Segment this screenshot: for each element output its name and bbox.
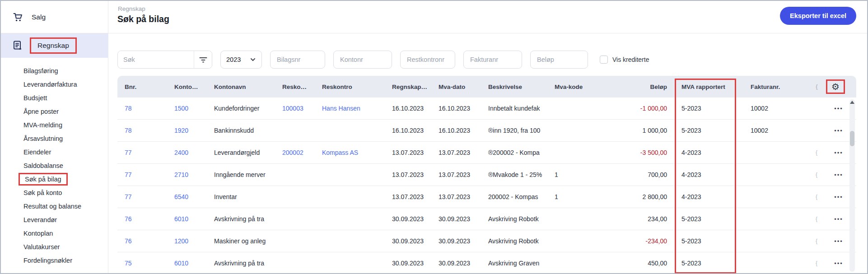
table-row: 75 6010 Avskrivning på tra 30.09.2023 30…: [117, 252, 856, 274]
mva-rapportert-cell: 4-2023: [674, 171, 734, 178]
sidebar-subitem[interactable]: Årsavslutning: [1, 132, 108, 145]
year-select[interactable]: 2023: [220, 51, 262, 69]
bnr-link[interactable]: 77: [117, 149, 167, 156]
table-row: 77 2400 Leverandørgjeld 200002 Kompass A…: [117, 142, 856, 164]
reskontronr-link[interactable]: 100003: [275, 105, 315, 112]
col-settings: ⚙: [825, 79, 849, 94]
sidebar-subitem[interactable]: Eiendeler: [1, 145, 108, 159]
row-actions-button[interactable]: •••: [825, 105, 849, 112]
belop-cell: 700,00: [602, 171, 674, 178]
sidebar-subitem[interactable]: Bilagsføring: [1, 64, 108, 78]
show-credited-checkbox[interactable]: [600, 56, 608, 64]
regnskapsdato-cell: 16.10.2023: [385, 127, 431, 134]
sidebar-subitem[interactable]: Budsjett: [1, 91, 108, 105]
sidebar-subitem-label: Leverandør: [23, 216, 57, 223]
sidebar-subitem[interactable]: Saldobalanse: [1, 159, 108, 172]
table-row: 78 1920 Bankinnskudd 16.10.2023 16.10.20…: [117, 120, 856, 142]
col-mva-kode: Mva-kode: [547, 84, 602, 90]
kontonavn-cell: Avskrivning på tra: [207, 260, 275, 267]
konto-link[interactable]: 6540: [167, 193, 207, 200]
fakturanr-cell: 10002: [734, 127, 815, 134]
app-window: Salg Regnskap Bilagsføring Leverandørfak…: [0, 0, 868, 274]
bnr-link[interactable]: 77: [117, 171, 167, 178]
table-row: 76 6010 Avskrivning på tra 30.09.2023 30…: [117, 208, 856, 230]
kontonavn-cell: Inventar: [207, 193, 275, 200]
bnr-link[interactable]: 76: [117, 215, 167, 223]
kontonavn-cell: Avskrivning på tra: [207, 215, 275, 223]
col-regnskapsdato: Regnskap…: [385, 84, 431, 90]
bnr-link[interactable]: 78: [117, 105, 167, 112]
konto-link[interactable]: 1500: [167, 105, 207, 112]
sidebar-subitem[interactable]: Resultat og balanse: [1, 200, 108, 213]
scrollbar-thumb[interactable]: [850, 131, 854, 146]
col-reskontronr: Resko…: [275, 84, 315, 90]
beskrivelse-cell: ®Mvakode 1 - 25%: [481, 171, 547, 178]
konto-link[interactable]: 1200: [167, 237, 207, 245]
sidebar-subitem[interactable]: Søk på konto: [1, 186, 108, 200]
sidebar-subitem[interactable]: Søk på bilag: [1, 172, 108, 186]
row-actions-button[interactable]: •••: [825, 172, 849, 178]
table-header-row: Bnr. Konto… Kontonavn Resko… Reskontro R…: [117, 76, 856, 98]
bilagsnr-input[interactable]: [270, 51, 325, 69]
sidebar-subitem[interactable]: Valutakurser: [1, 240, 108, 254]
sidebar-subitem-label: Eiendeler: [23, 149, 51, 156]
sidebar-subitem[interactable]: Kontoplan: [1, 227, 108, 240]
reskontronr-link[interactable]: 200002: [275, 149, 315, 156]
row-actions-button[interactable]: •••: [825, 238, 849, 245]
row-actions-button[interactable]: •••: [825, 260, 849, 267]
bnr-link[interactable]: 76: [117, 237, 167, 245]
col-kontonavn: Kontonavn: [207, 84, 275, 90]
row-actions-button[interactable]: •••: [825, 127, 849, 134]
kontonavn-cell: Leverandørgjeld: [207, 149, 275, 156]
sidebar-item-label: Regnskap: [30, 37, 77, 54]
filter-button[interactable]: [194, 51, 212, 68]
sidebar-item-regnskap[interactable]: Regnskap: [1, 33, 108, 58]
kontonavn-cell: Maskiner og anleg: [207, 237, 275, 245]
search-input[interactable]: [118, 51, 194, 68]
belop-cell: -3 500,00: [602, 149, 674, 156]
row-actions-button[interactable]: •••: [825, 216, 849, 223]
mva-dato-cell: 30.09.2023: [431, 215, 481, 223]
konto-link[interactable]: 1920: [167, 127, 207, 134]
kontonavn-cell: Inngående merver: [207, 171, 275, 178]
row-actions-button[interactable]: •••: [825, 149, 849, 156]
beskrivelse-cell: Innbetalt kundefak: [481, 105, 547, 112]
gear-icon[interactable]: ⚙: [831, 82, 840, 91]
sidebar-subitem[interactable]: MVA-melding: [1, 118, 108, 132]
vertical-scrollbar[interactable]: [849, 99, 855, 272]
bnr-link[interactable]: 75: [117, 260, 167, 267]
regnskapsdato-cell: 13.07.2023: [385, 149, 431, 156]
attachment-cut-icon: {: [815, 172, 825, 178]
reskontro-link[interactable]: Kompass AS: [315, 149, 385, 156]
konto-link[interactable]: 2710: [167, 171, 207, 178]
mva-kode-cell: 1: [547, 193, 602, 200]
mva-rapportert-cell: 5-2023: [674, 237, 734, 245]
truncated-column-header: {: [815, 84, 825, 90]
beskrivelse-cell: Avskriving Robotk: [481, 237, 547, 245]
kontonavn-cell: Kundefordringer: [207, 105, 275, 112]
sidebar-item-salg[interactable]: Salg: [1, 1, 108, 33]
row-actions-button[interactable]: •••: [825, 194, 849, 200]
konto-link[interactable]: 6010: [167, 260, 207, 267]
sidebar-subitem-label: Fordelingsnøkler: [23, 257, 72, 264]
belop-input[interactable]: [530, 51, 588, 69]
fakturanr-input[interactable]: [463, 51, 522, 69]
sidebar-subitem[interactable]: Leverandørfaktura: [1, 78, 108, 91]
mva-kode-cell: 1: [547, 171, 602, 178]
restkontronr-input[interactable]: [400, 51, 455, 69]
kontonr-input[interactable]: [333, 51, 392, 69]
sidebar-subitem[interactable]: Åpne poster: [1, 105, 108, 118]
sidebar-subitem[interactable]: Leverandør: [1, 213, 108, 227]
beskrivelse-cell: ®inn 1920, fra 100: [481, 127, 547, 134]
beskrivelse-cell: ®200002 - Kompa: [481, 149, 547, 156]
sidebar-subitem[interactable]: Fordelingsnøkler: [1, 254, 108, 267]
bnr-link[interactable]: 78: [117, 127, 167, 134]
konto-link[interactable]: 2400: [167, 149, 207, 156]
mva-dato-cell: 16.10.2023: [431, 105, 481, 112]
bnr-link[interactable]: 77: [117, 193, 167, 200]
konto-link[interactable]: 6010: [167, 215, 207, 223]
reskontro-link[interactable]: Hans Hansen: [315, 105, 385, 112]
export-to-excel-button[interactable]: Eksporter til excel: [780, 7, 856, 25]
belop-cell: 2 800,00: [602, 193, 674, 200]
scroll-up-arrow-icon[interactable]: [850, 101, 854, 104]
